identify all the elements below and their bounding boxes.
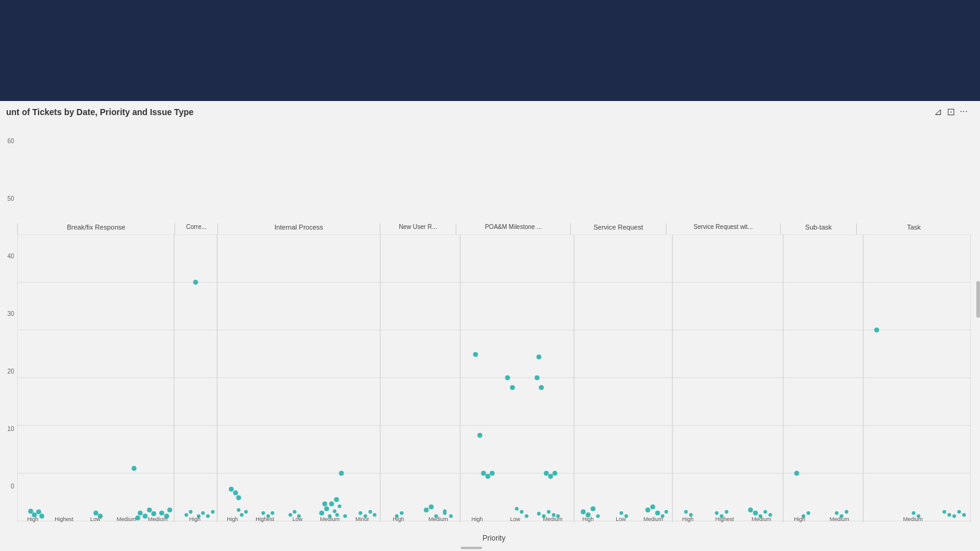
x-label-medium-9: Medium: [859, 516, 967, 522]
chart-toolbar: ⊿ ⊡ ···: [934, 106, 968, 118]
svg-point-96: [581, 509, 586, 514]
col-header-poam: POA&M Milestone ...: [456, 223, 570, 234]
svg-point-123: [874, 328, 879, 332]
x-label-medium-4: Medium: [418, 516, 458, 522]
col-header-internal: Internal Process: [217, 223, 380, 234]
svg-point-79: [477, 433, 482, 438]
plot-svg: [17, 234, 971, 522]
svg-point-80: [481, 471, 486, 476]
svg-point-90: [552, 471, 557, 476]
y-label-0: 0: [10, 483, 14, 490]
x-label-low-1: Low: [80, 516, 111, 522]
chart-title: unt of Tickets by Date, Priority and Iss…: [6, 107, 194, 117]
svg-point-112: [748, 508, 753, 512]
svg-point-26: [147, 508, 152, 512]
svg-point-34: [189, 510, 192, 514]
svg-point-104: [655, 511, 660, 515]
svg-point-91: [537, 512, 541, 515]
svg-point-120: [845, 510, 848, 514]
svg-point-81: [485, 474, 490, 479]
x-label-high-1: High: [17, 516, 48, 522]
col-header-srwit: Service Request wit...: [666, 223, 780, 234]
x-label-highest-1: Highest: [48, 516, 80, 522]
top-bar: [0, 0, 980, 101]
svg-point-53: [329, 501, 334, 506]
svg-point-43: [244, 510, 248, 514]
svg-point-19: [28, 509, 33, 514]
svg-point-124: [912, 511, 916, 515]
filter-icon[interactable]: ⊿: [934, 106, 942, 118]
x-label-high-8: High: [780, 516, 820, 522]
x-label-highest-2: Highest: [249, 516, 281, 522]
expand-icon[interactable]: ⊡: [947, 106, 955, 118]
col-header-breakfix: Break/fix Response: [17, 223, 175, 234]
svg-point-52: [324, 506, 329, 511]
x-label-high-3: High: [216, 516, 249, 522]
svg-point-41: [236, 495, 241, 500]
svg-point-111: [725, 510, 728, 514]
y-axis: 60 50 40 30 20 10 0: [3, 135, 17, 493]
svg-point-39: [229, 487, 234, 492]
svg-point-77: [537, 354, 541, 359]
svg-point-88: [544, 471, 549, 476]
svg-point-23: [132, 466, 137, 471]
x-label-medium-6: Medium: [637, 516, 669, 522]
y-label-40: 40: [7, 253, 14, 260]
x-label-low-3: Low: [496, 516, 534, 522]
svg-point-83: [515, 507, 519, 511]
x-label-medium-7: Medium: [743, 516, 780, 522]
svg-point-51: [319, 511, 324, 515]
svg-point-103: [650, 504, 655, 509]
svg-point-102: [646, 508, 650, 512]
svg-point-45: [262, 511, 265, 515]
x-label-high-7: High: [669, 516, 706, 522]
svg-point-58: [333, 509, 336, 513]
col-header-corre: Corre...: [175, 223, 217, 234]
svg-point-117: [794, 471, 799, 476]
x-label-high-5: High: [458, 516, 496, 522]
x-label-high-2: High: [173, 516, 216, 522]
svg-point-118: [835, 511, 839, 515]
x-label-medium-3: Medium: [314, 516, 346, 522]
x-label-medium-8: Medium: [820, 516, 859, 522]
svg-point-32: [193, 280, 198, 285]
x-label-low-4: Low: [605, 516, 637, 522]
svg-point-69: [429, 504, 434, 509]
svg-point-84: [520, 510, 524, 514]
svg-point-93: [547, 510, 551, 514]
svg-point-73: [443, 509, 447, 513]
svg-point-67: [400, 511, 404, 515]
svg-point-75: [505, 375, 510, 380]
scrollbar-right[interactable]: [976, 281, 980, 318]
svg-point-38: [211, 510, 214, 514]
svg-point-129: [957, 510, 961, 514]
svg-point-76: [510, 385, 515, 390]
svg-point-115: [763, 510, 767, 514]
svg-point-126: [943, 510, 946, 514]
svg-point-47: [271, 511, 274, 515]
svg-point-36: [201, 511, 205, 515]
svg-point-29: [159, 511, 164, 515]
svg-point-59: [337, 504, 341, 508]
x-label-highest-3: Highest: [706, 516, 743, 522]
svg-point-107: [684, 510, 688, 514]
chart-container: unt of Tickets by Date, Priority and Iss…: [0, 101, 980, 551]
x-label-high-6: High: [571, 516, 605, 522]
more-icon[interactable]: ···: [960, 106, 968, 118]
x-axis-labels: High Highest Low Medium Medium High High…: [17, 516, 971, 530]
col-header-subtask: Sub-task: [780, 223, 857, 234]
svg-point-55: [339, 471, 344, 476]
col-headers-row: Break/fix Response Corre... Internal Pro…: [17, 223, 971, 234]
svg-point-89: [548, 474, 553, 479]
svg-point-54: [334, 497, 339, 502]
svg-point-31: [167, 508, 172, 512]
svg-point-100: [619, 511, 623, 515]
svg-point-27: [151, 511, 156, 516]
scrollbar-bottom[interactable]: [461, 547, 482, 549]
svg-point-21: [94, 511, 99, 515]
svg-point-113: [753, 511, 758, 515]
y-label-30: 30: [7, 310, 14, 317]
svg-point-62: [359, 511, 363, 515]
y-label-60: 60: [7, 138, 14, 144]
svg-point-49: [293, 510, 296, 514]
